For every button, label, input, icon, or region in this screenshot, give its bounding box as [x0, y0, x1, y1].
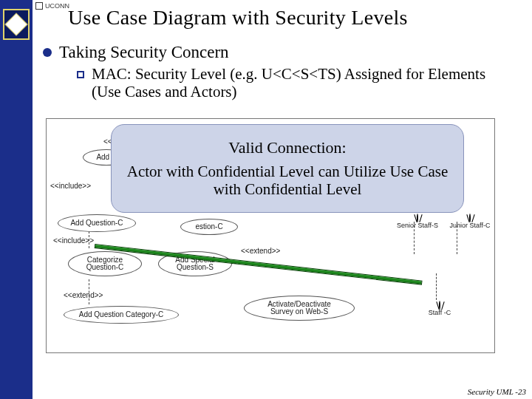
bullet-sub-text: MAC: Security Level (e.g. U<C<S<TS) Assi… [92, 65, 505, 100]
brand-text: UCONN [45, 2, 69, 10]
slide-footer: Security UML -23 [468, 387, 526, 396]
actor-label: Staff -C [429, 309, 451, 316]
left-accent-band [0, 0, 33, 399]
actor-label: Senior Staff-S [397, 222, 438, 229]
stick-figure-icon [421, 301, 458, 309]
stick-figure-icon [393, 214, 442, 222]
actor-senior-staff: Senior Staff-S [393, 214, 442, 229]
bullet-row-1: Taking Security Concern [43, 43, 229, 62]
usecase-categorize: Categorize Question-C [68, 251, 142, 276]
stereotype-extend: <<extend>> [64, 291, 103, 299]
actor-label: Junior Staff-C [450, 222, 491, 229]
actor-junior-staff: Junior Staff-C [448, 214, 492, 229]
slide-title: Use Case Diagram with Security Levels [68, 6, 408, 30]
stereotype-include: <<include>> [53, 236, 94, 245]
callout-box: Valid Connection: Actor with Confidentia… [111, 124, 464, 213]
shield-icon [35, 2, 43, 10]
square-bullet-icon [77, 71, 84, 78]
disc-bullet-icon [43, 48, 52, 57]
bullet-main-text: Taking Security Concern [59, 43, 229, 62]
bullet-row-2: MAC: Security Level (e.g. U<C<S<TS) Assi… [77, 65, 505, 100]
stick-figure-icon [448, 214, 492, 222]
actor-staff: Staff -C [421, 301, 458, 316]
usecase-activate: Activate/Deactivate Survey on Web-S [244, 296, 355, 321]
connector [436, 273, 437, 300]
usecase-add-category: Add Question Category-C [64, 306, 179, 324]
stereotype-extend: <<extend>> [241, 247, 280, 255]
logo-diamond-icon [4, 13, 27, 35]
stereotype-include: <<include>> [50, 182, 91, 190]
callout-heading: Valid Connection: [228, 138, 346, 157]
usecase-question-c: estion-C [180, 219, 238, 235]
usecase-add-question-c: Add Question-C [58, 214, 136, 232]
callout-body: Actor with Confidential Level can Utiliz… [125, 163, 450, 198]
uconn-logo [3, 9, 30, 40]
